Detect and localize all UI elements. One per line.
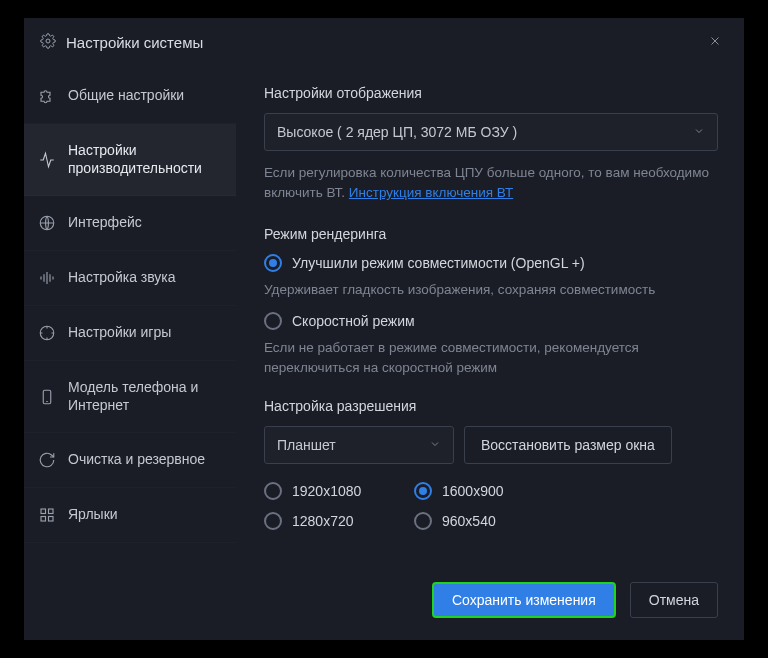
resolution-mode-value: Планшет — [277, 437, 336, 453]
close-button[interactable] — [702, 30, 728, 55]
gamepad-icon — [38, 324, 56, 342]
sidebar-item-game[interactable]: Настройки игры — [24, 306, 236, 361]
refresh-icon — [38, 451, 56, 469]
render-opt-speed[interactable]: Скоростной режим — [264, 312, 718, 330]
sidebar-item-label: Очистка и резервное — [68, 451, 205, 469]
render-opt-desc: Если не работает в режиме совместимости,… — [264, 338, 718, 379]
display-mode-value: Высокое ( 2 ядер ЦП, 3072 МБ ОЗУ ) — [277, 124, 517, 140]
settings-window: Настройки системы Общие настройки Настро… — [24, 18, 744, 640]
sidebar-item-performance[interactable]: Настройки производительности — [24, 124, 236, 196]
sound-icon — [38, 269, 56, 287]
puzzle-icon — [38, 87, 56, 105]
display-settings-title: Настройки отображения — [264, 85, 718, 101]
resolution-options: 1920x1080 1600x900 1280x720 960x540 — [264, 482, 718, 530]
resolution-mode-select[interactable]: Планшет — [264, 426, 454, 464]
window-title: Настройки системы — [66, 34, 203, 51]
svg-point-0 — [46, 39, 50, 43]
sidebar-item-label: Интерфейс — [68, 214, 142, 232]
gear-icon — [40, 33, 56, 53]
main-panel: Настройки отображения Высокое ( 2 ядер Ц… — [236, 69, 744, 564]
footer: Сохранить изменения Отмена — [24, 564, 744, 640]
phone-icon — [38, 388, 56, 406]
svg-rect-5 — [49, 509, 54, 514]
chevron-down-icon — [693, 124, 705, 140]
display-hint: Если регулировка количества ЦПУ больше о… — [264, 163, 718, 204]
sidebar-item-label: Настройки производительности — [68, 142, 222, 177]
radio-icon — [264, 254, 282, 272]
resolution-opt-960[interactable]: 960x540 — [414, 512, 564, 530]
sidebar-item-label: Настройка звука — [68, 269, 176, 287]
radio-icon — [414, 512, 432, 530]
save-button[interactable]: Сохранить изменения — [432, 582, 616, 618]
resolution-opt-label: 1600x900 — [442, 483, 504, 499]
render-opt-label: Улучшили режим совместимости (OpenGL +) — [292, 255, 585, 271]
sidebar-item-shortcuts[interactable]: Ярлыки — [24, 488, 236, 543]
content: Общие настройки Настройки производительн… — [24, 69, 744, 564]
cancel-button[interactable]: Отмена — [630, 582, 718, 618]
vt-instruction-link[interactable]: Инструкция включения ВТ — [349, 185, 513, 200]
reset-window-size-button[interactable]: Восстановить размер окна — [464, 426, 672, 464]
globe-icon — [38, 214, 56, 232]
svg-rect-6 — [41, 517, 46, 522]
sidebar-item-label: Модель телефона и Интернет — [68, 379, 222, 414]
resolution-opt-1280[interactable]: 1280x720 — [264, 512, 414, 530]
sidebar-item-cleanup[interactable]: Очистка и резервное — [24, 433, 236, 488]
render-opt-compat[interactable]: Улучшили режим совместимости (OpenGL +) — [264, 254, 718, 272]
sidebar-item-label: Ярлыки — [68, 506, 118, 524]
svg-rect-7 — [49, 517, 54, 522]
grid-icon — [38, 506, 56, 524]
sidebar-item-interface[interactable]: Интерфейс — [24, 196, 236, 251]
sidebar-item-label: Настройки игры — [68, 324, 171, 342]
chevron-down-icon — [429, 437, 441, 453]
sidebar-item-general[interactable]: Общие настройки — [24, 69, 236, 124]
render-opt-label: Скоростной режим — [292, 313, 415, 329]
svg-rect-4 — [41, 509, 46, 514]
sidebar-item-label: Общие настройки — [68, 87, 184, 105]
sidebar-item-phone[interactable]: Модель телефона и Интернет — [24, 361, 236, 433]
resolution-opt-label: 1280x720 — [292, 513, 354, 529]
resolution-opt-1600[interactable]: 1600x900 — [414, 482, 564, 500]
resolution-opt-label: 1920x1080 — [292, 483, 361, 499]
radio-icon — [264, 312, 282, 330]
render-opt-desc: Удерживает гладкость изображения, сохран… — [264, 280, 718, 300]
render-mode-title: Режим рендеринга — [264, 226, 718, 242]
resolution-title: Настройка разрешения — [264, 398, 718, 414]
sidebar-item-sound[interactable]: Настройка звука — [24, 251, 236, 306]
resolution-opt-1920[interactable]: 1920x1080 — [264, 482, 414, 500]
radio-icon — [264, 512, 282, 530]
display-mode-select[interactable]: Высокое ( 2 ядер ЦП, 3072 МБ ОЗУ ) — [264, 113, 718, 151]
radio-icon — [264, 482, 282, 500]
sidebar: Общие настройки Настройки производительн… — [24, 69, 236, 564]
titlebar: Настройки системы — [24, 18, 744, 69]
radio-icon — [414, 482, 432, 500]
resolution-opt-label: 960x540 — [442, 513, 496, 529]
activity-icon — [38, 151, 56, 169]
